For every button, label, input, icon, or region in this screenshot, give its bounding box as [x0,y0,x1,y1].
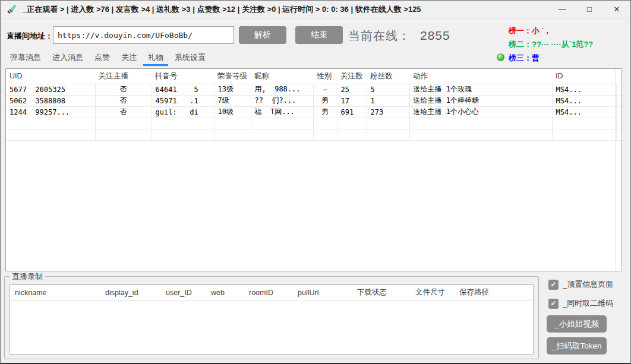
rank-1: 榜一：小 ˙ , [509,26,548,36]
cell-id: MS4... [552,95,616,106]
online-count: 2855 [420,29,450,42]
rank-2-label: 榜二： [509,40,532,49]
col-rec-save-path[interactable]: 保存路径 [455,287,533,297]
scrollbar-track[interactable] [616,69,616,271]
cell-fans: 1 [367,95,409,106]
record-table: nickname display_id user_ID web roomID p… [10,284,534,354]
cell-gender: 男 [313,95,337,106]
cell-nickname: ?? 们?... [251,95,313,106]
option-qrcode-label: _同时取二维码 [563,298,613,309]
col-rec-download-status[interactable]: 下载状态 [352,287,411,297]
tab-bar: 弹幕消息 进入消息 点赞 关注 礼物 系统设置 [5,51,210,66]
cell-uid: 5677 2605325 [6,84,95,95]
gift-table: UID 关注主播 抖音号 荣誉等级 昵称 性别 关注数 粉丝数 动作 ID 56… [6,69,621,141]
empty-row [6,118,621,129]
cell-gender: – [313,84,337,95]
col-fans[interactable]: 粉丝数 [367,69,409,84]
cell-nickname: 用, 988... [251,84,313,95]
col-id[interactable]: ID [552,69,616,84]
sword-icon [6,4,17,15]
rank-3-label: 榜三： [509,53,532,62]
cell-action: 送给主播 1个小心心 [409,106,552,118]
cell-fans: 273 [367,106,409,118]
cell-id: MS4... [552,106,616,118]
col-action[interactable]: 动作 [409,69,552,84]
option-pin-info-page-label: _顶置信息页面 [563,279,613,290]
address-label: 直播间地址： [7,31,53,42]
end-button[interactable]: 结束 [295,26,343,44]
col-rec-user-id[interactable]: user_ID [161,289,206,297]
col-rec-nickname[interactable]: nickname [10,289,100,297]
table-row[interactable]: 5062 3588808 否 45971 .1 7级 ?? 们?... 男 17… [6,95,621,106]
cell-honor-level: 10级 [214,106,251,118]
record-groupbox-title: 直播录制 [10,271,45,282]
window-title: _正在观看 > | 进入数 >76 | 发言数 >4 | 送礼数 >3 | 点赞… [23,4,421,15]
tab-enter[interactable]: 进入消息 [48,51,88,66]
table-row[interactable]: 5677 2605325 否 64641 5 13级 用, 988... – 2… [6,84,621,95]
parse-button[interactable]: 解析 [239,26,286,44]
close-button[interactable]: ✕ [603,1,630,18]
cell-uid: 1244 99257... [6,106,95,118]
girl-video-button[interactable]: _小姐姐视频 [547,315,607,333]
cell-following: 691 [337,106,367,118]
record-groupbox: 直播录制 nickname display_id user_ID web roo… [4,276,539,359]
cell-follow-anchor: 否 [95,84,152,95]
cell-fans: 5 [367,84,409,95]
option-pin-info-page[interactable]: ✓ _顶置信息页面 [548,279,613,290]
col-rec-room-id[interactable]: roomID [244,289,293,297]
rank-3: 榜三：曹 [509,53,539,64]
col-honor-level[interactable]: 荣誉等级 [214,69,251,84]
cell-follow-anchor: 否 [95,95,152,106]
rank-1-label: 榜一： [509,26,532,35]
rank-3-name: 曹 [532,53,539,62]
cell-following: 25 [337,84,367,95]
cell-nickname: 福 T网... [251,106,313,118]
online-counter: 当前在线：2855 [348,28,450,44]
col-rec-pull-url[interactable]: pullUrl [293,289,352,297]
gift-list: UID 关注主播 抖音号 荣誉等级 昵称 性别 关注数 粉丝数 动作 ID 56… [5,68,622,271]
cell-douyin-id: guil: di [152,106,214,118]
checkbox-checked-icon[interactable]: ✓ [548,280,559,290]
tab-like[interactable]: 点赞 [90,51,115,66]
rank-2: 榜二：??··· ····从`1范?? [509,39,593,50]
col-nickname[interactable]: 昵称 [251,69,313,84]
col-following[interactable]: 关注数 [337,69,367,84]
maximize-button[interactable]: □ [576,1,603,18]
window-controls: — □ ✕ [548,1,630,18]
rank-1-name: 小 ˙ , [532,26,548,35]
scan-token-button[interactable]: _扫码取Token [547,337,607,354]
green-dot-icon [497,53,504,61]
cell-follow-anchor: 否 [95,106,152,118]
title-bar[interactable]: _正在观看 > | 进入数 >76 | 发言数 >4 | 送礼数 >3 | 点赞… [1,1,630,18]
tab-follow[interactable]: 关注 [116,51,141,66]
minimize-button[interactable]: — [548,1,576,18]
gift-header-row: UID 关注主播 抖音号 荣誉等级 昵称 性别 关注数 粉丝数 动作 ID [6,69,621,84]
checkbox-checked-icon[interactable]: ✓ [548,299,559,309]
app-window: _正在观看 > | 进入数 >76 | 发言数 >4 | 送礼数 >3 | 点赞… [0,0,631,364]
col-douyin-id[interactable]: 抖音号 [152,69,214,84]
col-rec-file-size[interactable]: 文件尺寸 [411,287,455,297]
col-rec-display-id[interactable]: display_id [100,289,161,297]
tab-settings[interactable]: 系统设置 [170,51,210,66]
cell-douyin-id: 45971 .1 [152,95,214,106]
col-follow-anchor[interactable]: 关注主播 [95,69,152,84]
option-qrcode[interactable]: ✓ _同时取二维码 [548,298,613,309]
cell-honor-level: 7级 [214,95,251,106]
cell-action: 送给主播 1个玫瑰 [409,84,552,95]
cell-id: MS4... [552,84,616,95]
cell-honor-level: 13级 [214,84,251,95]
online-label: 当前在线： [348,29,411,42]
cell-douyin-id: 64641 5 [152,84,214,95]
table-row[interactable]: 1244 99257... 否 guil: di 10级 福 T网... 男 6… [6,106,621,118]
rank-2-name: ??··· ····从`1范?? [532,40,593,49]
tab-danmu[interactable]: 弹幕消息 [5,51,46,66]
cell-following: 17 [337,95,367,106]
empty-row [6,129,621,140]
record-header-row: nickname display_id user_ID web roomID p… [10,285,533,300]
tab-gift[interactable]: 礼物 [143,51,168,66]
address-input[interactable] [53,26,234,44]
col-rec-web[interactable]: web [206,289,244,297]
col-gender[interactable]: 性别 [313,69,337,84]
cell-action: 送给主播 1个棒棒糖 [409,95,552,106]
col-uid[interactable]: UID [6,69,95,84]
